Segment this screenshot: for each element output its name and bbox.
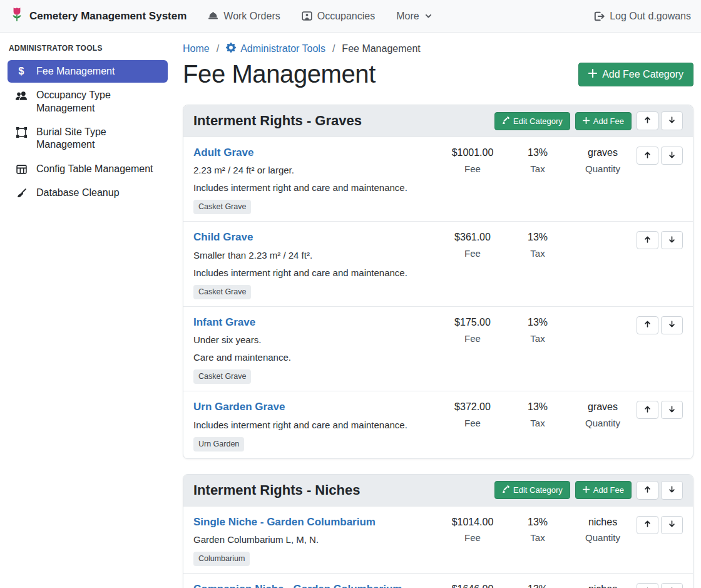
nav-work-orders[interactable]: Work Orders <box>208 11 280 22</box>
move-fee-down-button[interactable] <box>661 147 683 165</box>
fee-quantity-label: Quantity <box>570 418 635 428</box>
fee-descriptions: Includes interment right and care and ma… <box>193 418 435 431</box>
breadcrumb-separator: / <box>217 43 219 54</box>
fee-quantity-col: graves Quantity <box>570 401 635 428</box>
edit-category-button[interactable]: Edit Category <box>494 481 570 499</box>
broom-icon <box>15 188 28 199</box>
fee-list: Single Niche - Garden Columbarium Garden… <box>183 506 693 588</box>
fee-amount: $1646.00 <box>440 583 505 588</box>
fee-row: Infant Grave Under six years.Care and ma… <box>183 306 693 391</box>
fee-amount-col: $1001.00 Fee <box>440 147 505 174</box>
fee-name-link[interactable]: Child Grave <box>193 231 253 244</box>
fee-name-link[interactable]: Adult Grave <box>193 147 253 159</box>
sidebar-item-database-cleanup[interactable]: Database Cleanup <box>8 182 168 204</box>
nav-occupancies[interactable]: Occupancies <box>302 11 376 22</box>
fee-amount-col: $175.00 Fee <box>440 316 505 344</box>
fee-actions <box>635 401 683 419</box>
fee-info: Single Niche - Garden Columbarium Garden… <box>193 516 440 566</box>
sidebar-item-label: Burial Site Type Management <box>36 126 160 152</box>
breadcrumb-current: Fee Management <box>342 43 420 54</box>
fee-amount-col: $1646.00 Fee <box>440 583 505 588</box>
breadcrumb-admin-tools-link[interactable]: Administrator Tools <box>226 43 325 55</box>
arrow-up-icon <box>643 520 652 530</box>
breadcrumb-home-link[interactable]: Home <box>183 43 210 54</box>
category-title: Interment Rights - Graves <box>193 113 362 129</box>
fee-actions <box>635 583 683 588</box>
brand-label: Cemetery Management System <box>29 10 187 23</box>
move-fee-up-button[interactable] <box>637 316 658 334</box>
navbar-left: Cemetery Management System Work Orders <box>10 6 432 26</box>
fee-description: Includes interment right and care and ma… <box>193 266 435 279</box>
breadcrumb-separator: / <box>332 43 335 54</box>
move-fee-down-button[interactable] <box>661 316 683 334</box>
move-fee-up-button[interactable] <box>637 231 658 249</box>
add-fee-button[interactable]: Add Fee <box>575 481 632 499</box>
main-content: Home / Administrator Tools / Fee Managem… <box>175 33 701 588</box>
move-category-up-button[interactable] <box>637 111 658 130</box>
nav-logout[interactable]: Log Out d.gowans <box>593 11 691 22</box>
plus-icon <box>583 485 590 495</box>
fee-description: Garden Columbarium L, M, N. <box>193 533 435 546</box>
dollar-icon: $ <box>15 66 28 76</box>
fee-quantity-col: niches Quantity <box>570 583 635 588</box>
fee-name-link[interactable]: Urn Garden Grave <box>193 401 285 413</box>
fee-type-badge: Casket Grave <box>193 285 251 299</box>
fee-row: Adult Grave 2.23 m² / 24 ft² or larger.I… <box>183 137 693 221</box>
fee-name-link[interactable]: Single Niche - Garden Columbarium <box>193 516 376 529</box>
move-fee-up-button[interactable] <box>637 516 658 534</box>
move-fee-up-button[interactable] <box>637 401 658 419</box>
fee-tax-col: 13% Tax <box>505 147 570 174</box>
fee-tax: 13% <box>505 401 570 414</box>
move-category-down-button[interactable] <box>661 111 683 130</box>
nav-more[interactable]: More <box>396 11 432 22</box>
fee-descriptions: Under six years.Care and maintenance. <box>193 333 435 364</box>
fee-amount-label: Fee <box>440 333 505 344</box>
fee-type-badge: Casket Grave <box>193 369 251 384</box>
fee-description: Includes interment right and care and ma… <box>193 418 435 431</box>
fee-actions <box>635 147 683 165</box>
sidebar-item-config-table[interactable]: Config Table Management <box>8 158 168 180</box>
top-navbar: Cemetery Management System Work Orders <box>0 0 701 33</box>
fee-amount: $1014.00 <box>440 516 505 529</box>
fee-info: Adult Grave 2.23 m² / 24 ft² or larger.I… <box>193 147 440 214</box>
fee-info: Companion Niche - Garden Columbarium Gar… <box>193 583 440 588</box>
move-category-up-button[interactable] <box>637 481 658 500</box>
sidebar-item-label: Occupancy Type Management <box>36 89 160 115</box>
arrow-down-icon <box>668 485 676 495</box>
move-fee-up-button[interactable] <box>637 583 658 588</box>
fee-description: Includes interment right and care and ma… <box>193 181 435 194</box>
move-fee-down-button[interactable] <box>661 516 683 534</box>
edit-category-button[interactable]: Edit Category <box>494 112 570 130</box>
fee-amount-label: Fee <box>440 418 505 428</box>
move-fee-up-button[interactable] <box>637 147 658 165</box>
fee-quantity-col: graves Quantity <box>570 147 635 174</box>
sidebar-item-burial-site-type[interactable]: Burial Site Type Management <box>8 121 168 157</box>
sidebar-item-fee-management[interactable]: $ Fee Management <box>8 60 168 83</box>
fee-description: Care and maintenance. <box>193 351 435 364</box>
move-category-down-button[interactable] <box>661 481 683 500</box>
edit-category-label: Edit Category <box>513 116 563 126</box>
category-actions: Edit Category Add Fee <box>494 111 683 130</box>
add-fee-label: Add Fee <box>593 485 624 495</box>
add-fee-category-label: Add Fee Category <box>602 69 683 80</box>
fee-quantity-label: Quantity <box>570 163 635 174</box>
chevron-down-icon <box>424 12 432 20</box>
add-fee-category-button[interactable]: Add Fee Category <box>578 63 693 86</box>
move-fee-down-button[interactable] <box>661 401 683 419</box>
fee-descriptions: Garden Columbarium L, M, N. <box>193 533 435 546</box>
fee-name-link[interactable]: Companion Niche - Garden Columbarium <box>193 583 402 588</box>
nav-logout-label: Log Out d.gowans <box>610 11 691 22</box>
sidebar-item-occupancy-type[interactable]: Occupancy Type Management <box>8 84 168 120</box>
brand-link[interactable]: Cemetery Management System <box>10 6 187 26</box>
fee-description: 2.23 m² / 24 ft² or larger. <box>193 163 435 177</box>
category-title: Interment Rights - Niches <box>193 482 360 498</box>
fee-quantity-label: Quantity <box>570 532 635 543</box>
fee-amount-col: $1014.00 Fee <box>440 516 505 544</box>
add-fee-button[interactable]: Add Fee <box>575 112 632 130</box>
move-fee-down-button[interactable] <box>661 231 683 249</box>
fee-quantity: graves <box>570 147 635 160</box>
fee-row: Single Niche - Garden Columbarium Garden… <box>183 506 693 573</box>
move-fee-down-button[interactable] <box>661 583 683 588</box>
fee-name-link[interactable]: Infant Grave <box>193 316 255 329</box>
fee-descriptions: 2.23 m² / 24 ft² or larger.Includes inte… <box>193 163 435 194</box>
